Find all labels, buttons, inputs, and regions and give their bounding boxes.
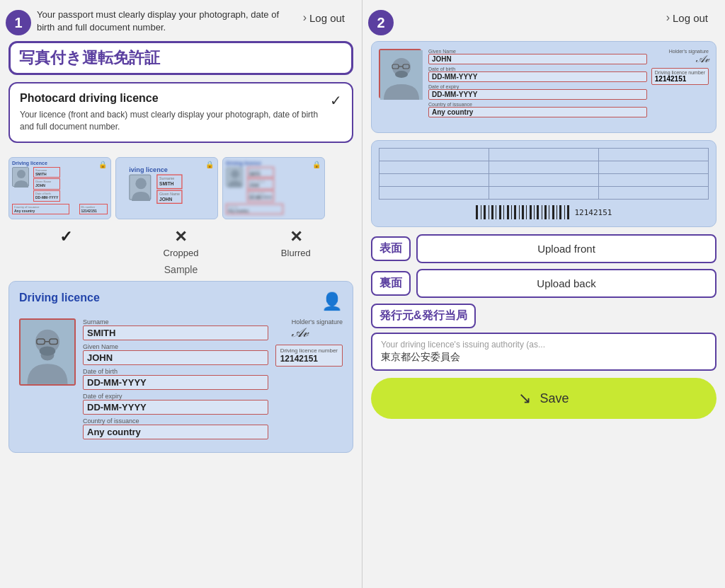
preview-number-val: 12142151 [655, 75, 705, 83]
country-value: Any country [83, 425, 268, 439]
table-cell [379, 161, 489, 174]
right-logout-button[interactable]: › Log out [661, 8, 714, 27]
x-cropped-icon: ✕ [174, 228, 187, 246]
table-cell [489, 187, 599, 200]
left-header-text: Your passport must clearly display your … [37, 8, 292, 34]
table-cell [379, 149, 489, 161]
upload-front-section: 表面 Upload front 裏面 Upload back [371, 234, 717, 298]
table-row [379, 149, 709, 161]
preview-dob: DD-MM-YYYY [428, 71, 647, 82]
left-logout-button[interactable]: › Log out [297, 8, 350, 27]
photocard-title: Photocard driving licence [20, 92, 330, 105]
card-lock-icon-1: 🔒 [98, 161, 107, 168]
upload-back-button[interactable]: Upload back [416, 269, 717, 298]
issuing-input-wrapper[interactable]: Your driving licence's issuing authority… [371, 333, 717, 371]
status-row: ✓ ✕ Cropped ✕ Blurred [0, 225, 362, 260]
save-arrow-icon: ↘ [518, 389, 531, 408]
jp-title-text: 写真付き運転免許証 [19, 49, 160, 67]
upload-front-label-badge: 表面 [371, 236, 411, 261]
given-name-value: JOHN [83, 350, 268, 365]
status-cropped: ✕ Cropped [130, 228, 232, 258]
x-blurred-icon: ✕ [290, 228, 302, 246]
photocard-desc: Your licence (front and back) must clear… [20, 109, 330, 133]
dl-body: Surname SMITH Given Name JOHN Date of bi… [19, 318, 343, 442]
dl-number-box: Driving licence number 12142151 [275, 345, 343, 367]
table-cell [489, 149, 599, 161]
table-cell [599, 187, 709, 200]
doc-preview-header: Given Name JOHN Date of birth DD-MM-YYYY… [379, 49, 709, 120]
svg-point-0 [17, 170, 25, 178]
left-panel: 1 Your passport must clearly display you… [0, 0, 362, 588]
preview-expiry: DD-MM-YYYY [428, 89, 647, 100]
preview-given-name: JOHN [428, 54, 647, 64]
dl-fields: Surname SMITH Given Name JOHN Date of bi… [83, 318, 268, 442]
svg-point-15 [395, 71, 408, 78]
cropped-label: Cropped [164, 248, 199, 258]
sample-card-blurred: Driving licence SurnameSMITH Given NameJ… [222, 157, 325, 219]
card-lock-icon-3: 🔒 [312, 161, 321, 168]
step-2-circle: 2 [368, 10, 394, 35]
country-label: Country of issuance [83, 417, 268, 425]
table-cell [379, 174, 489, 187]
dl-right-fields: Holder's signature 𝒜𝓋 Driving licence nu… [275, 318, 343, 367]
card-person-icon: 👤 [321, 292, 343, 311]
dl-number-label: Driving licence number [280, 347, 338, 354]
photocard-section: Photocard driving licence Your licence (… [8, 82, 353, 143]
save-button[interactable]: ↘ Save [371, 378, 717, 419]
preview-number-label: Driving licence number [655, 70, 705, 75]
svg-point-9 [40, 346, 56, 355]
left-header: 1 Your passport must clearly display you… [0, 0, 362, 41]
table-row [379, 161, 709, 174]
preview-country-label: Country of issuance [428, 102, 647, 107]
table-cell [599, 174, 709, 187]
issuing-value: 東京都公安委員会 [381, 351, 707, 364]
table-cell [599, 161, 709, 174]
sample-text: Sample [0, 260, 362, 281]
back-card-table [379, 148, 709, 200]
upload-back-row: 裏面 Upload back [371, 269, 717, 298]
save-section: ↘ Save [371, 378, 717, 419]
expand-check-icon[interactable]: ✓ [330, 92, 342, 109]
preview-dob-label: Date of birth [428, 67, 647, 71]
expiry-label: Date of expiry [83, 393, 268, 400]
step-1-circle: 1 [6, 10, 31, 35]
doc-preview-left: Given Name JOHN Date of birth DD-MM-YYYY… [428, 49, 647, 120]
table-row [379, 187, 709, 200]
doc-preview-front: Given Name JOHN Date of birth DD-MM-YYYY… [371, 41, 717, 133]
table-cell [489, 161, 599, 174]
table-cell [489, 174, 599, 187]
given-name-label: Given Name [83, 343, 268, 350]
sig-value: 𝒜𝓋 [292, 325, 343, 340]
surname-label: Surname [83, 318, 268, 325]
preview-number-box: Driving licence number 12142151 [651, 68, 709, 85]
sig-label: Holder's signature [292, 318, 343, 325]
upload-front-row: 表面 Upload front [371, 234, 717, 263]
dl-card-title: Driving licence [19, 292, 100, 304]
table-row [379, 174, 709, 187]
checkmark-icon: ✓ [59, 228, 72, 246]
doc-preview-fields: Given Name JOHN Date of birth DD-MM-YYYY… [428, 49, 709, 120]
svg-point-1 [135, 178, 147, 189]
preview-sig-label: Holder's signature [669, 49, 709, 54]
issuing-authority-section: 発行元&発行当局 Your driving licence's issuing … [371, 304, 717, 371]
preview-expiry-label: Date of expiry [428, 84, 647, 89]
issuing-placeholder: Your driving licence's issuing authority… [381, 340, 707, 350]
status-blurred: ✕ Blurred [244, 228, 347, 258]
barcode-row: 12142151 [379, 205, 709, 219]
preview-given-name-label: Given Name [428, 49, 647, 54]
chevron-right-icon-r: › [666, 11, 670, 24]
sample-cards-row: Driving licence SurnameSMITH Given NameJ… [0, 151, 362, 225]
status-good: ✓ [15, 228, 118, 258]
preview-country: Any country [428, 107, 647, 117]
surname-value: SMITH [83, 325, 268, 340]
doc-preview-right: Holder's signature 𝒜𝓋 Driving licence nu… [651, 49, 709, 120]
barcode-number: 12142151 [575, 208, 612, 217]
chevron-right-icon: › [303, 11, 307, 24]
sample-card-good: Driving licence SurnameSMITH Given NameJ… [8, 157, 111, 219]
doc-preview-photo [379, 49, 421, 98]
driving-licence-card: Driving licence 👤 [8, 281, 353, 453]
sample-card-cropped: iving licence SurnameSMITH Given NameJOH… [115, 157, 218, 219]
jp-title-box: 写真付き運転免許証 [8, 41, 353, 75]
upload-front-button[interactable]: Upload front [416, 234, 717, 263]
preview-sig: 𝒜𝓋 [669, 54, 709, 65]
